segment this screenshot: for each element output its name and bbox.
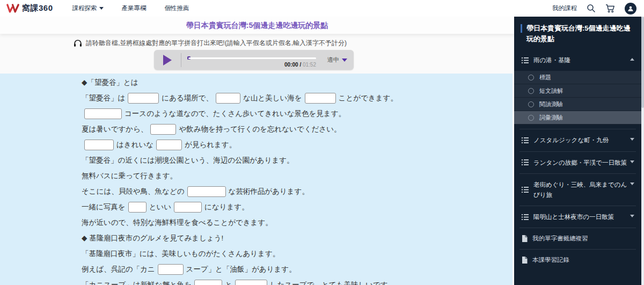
answer-input[interactable] bbox=[235, 280, 267, 285]
section-label: ノスタルジックな町・九份 bbox=[533, 135, 609, 145]
content-text: といい bbox=[149, 202, 171, 212]
content-text: 「カニスープ」は新鮮な蟹と魚を bbox=[82, 280, 192, 285]
content-text: コースのような道なので、たくさん歩いてきれいな景色を見ます。 bbox=[125, 109, 346, 119]
content-text: にある場所で、 bbox=[162, 93, 213, 103]
sidebar-section-header[interactable]: ランタンの故郷・平渓で一日散策 bbox=[514, 152, 641, 173]
answer-input[interactable] bbox=[128, 202, 147, 213]
answer-input[interactable] bbox=[216, 93, 240, 104]
content-text: ことができます。 bbox=[339, 93, 398, 103]
answer-input[interactable] bbox=[187, 186, 226, 197]
search-icon[interactable] bbox=[587, 4, 596, 13]
chevron-down-icon bbox=[630, 182, 634, 185]
page-scrollbar[interactable] bbox=[641, 17, 644, 285]
sidebar-item[interactable]: 閱讀測驗 bbox=[514, 98, 641, 111]
chevron-down-icon bbox=[630, 160, 634, 163]
answer-input[interactable] bbox=[84, 140, 114, 150]
content-text: な山と美しい海を bbox=[243, 93, 302, 103]
content-text: 「望憂谷」の近くには潮境公園という、海辺の公園があります。 bbox=[82, 156, 294, 165]
main-nav: 課程探索產業專欄個性推薦 bbox=[72, 4, 189, 12]
sidebar-section-header[interactable]: 陽明山と士林夜市の一日散策 bbox=[514, 206, 641, 228]
content-line: 例えば、呉記の「カニスープ」と「油飯」があります。 bbox=[82, 264, 513, 275]
answer-input[interactable] bbox=[128, 93, 159, 104]
top-navbar: 窩課360 課程探索產業專欄個性推薦 我的課程 bbox=[0, 0, 644, 17]
content-text: 無料バスに乗って行きます。 bbox=[82, 171, 177, 181]
nav-link-label: 產業專欄 bbox=[122, 4, 147, 12]
my-courses-link[interactable]: 我的課程 bbox=[552, 4, 577, 12]
sidebar-item-label: 短文讀解 bbox=[539, 87, 563, 95]
content-text: ◆ 基隆廟口夜市のグルメを見てみましょう! bbox=[82, 233, 223, 243]
answer-input[interactable] bbox=[194, 280, 222, 285]
sidebar-link-label: 本課學習記錄 bbox=[532, 256, 569, 264]
progress-track[interactable] bbox=[188, 57, 316, 59]
total-time: 01:52 bbox=[303, 62, 316, 68]
exercise-instruction: 請聆聽音檔,並將框線處對應的單字拼音打出來吧!(請輸入平假名或片假名,輸入漢字不… bbox=[74, 39, 347, 48]
content-line: 「望憂谷」の近くには潮境公園という、海辺の公園があります。 bbox=[82, 155, 513, 166]
time-separator: / bbox=[299, 62, 301, 68]
answer-input[interactable] bbox=[84, 108, 122, 119]
sidebar-section-header[interactable]: ノスタルジックな町・九份 bbox=[514, 129, 641, 151]
content-text: 一緒に写真を bbox=[82, 202, 126, 212]
play-button[interactable] bbox=[154, 55, 181, 65]
chevron-down-icon bbox=[630, 138, 634, 141]
sidebar-link[interactable]: 我的單字書籤總複習 bbox=[514, 228, 641, 249]
nav-link[interactable]: 課程探索 bbox=[72, 4, 104, 12]
playback-speed-select[interactable]: 適中 bbox=[320, 56, 354, 64]
content-text: 「基隆廟口夜市」には、美味しいものがたくさんあります。 bbox=[82, 249, 280, 259]
chevron-up-icon bbox=[630, 58, 634, 61]
content-line: 「望憂谷」はにある場所で、な山と美しい海をことができます。 bbox=[82, 92, 513, 104]
sidebar-item[interactable]: 詞彙測驗 bbox=[514, 111, 641, 125]
cart-icon[interactable] bbox=[605, 4, 615, 13]
content-line: 海が近いので、特別な海鮮料理を食べることができます。 bbox=[82, 217, 513, 229]
content-line: ◆ 基隆廟口夜市のグルメを見てみましょう! bbox=[82, 232, 513, 244]
answer-input[interactable] bbox=[158, 264, 184, 275]
site-logo[interactable]: 窩課360 bbox=[6, 3, 53, 13]
radio-icon bbox=[528, 88, 534, 94]
main-column: 帶日本貴賓玩台灣:5個邊走邊吃邊玩的景點 請聆聽音檔,並將框線處對應的單字拼音打… bbox=[0, 17, 514, 285]
radio-icon bbox=[528, 115, 534, 121]
sidebar-item-label: 閱讀測驗 bbox=[539, 100, 563, 108]
content-line: ◆「望憂谷」とは bbox=[82, 77, 513, 89]
logo-text: 窩課360 bbox=[22, 3, 53, 13]
answer-input[interactable] bbox=[156, 140, 182, 150]
sidebar-course-title: 帶日本貴賓玩台灣:5個邊走邊吃邊玩的景點 bbox=[514, 17, 641, 49]
content-line: 「カニスープ」は新鮮な蟹と魚をとしたスープで、とても美味しいです。 bbox=[82, 279, 513, 285]
content-line: 「基隆廟口夜市」には、美味しいものがたくさんあります。 bbox=[82, 248, 513, 260]
instruction-text: 請聆聽音檔,並將框線處對應的單字拼音打出來吧!(請輸入平假名或片假名,輸入漢字不… bbox=[86, 39, 347, 48]
content-text: や飲み物を持って行くのを忘れないでください。 bbox=[179, 125, 341, 134]
sidebar-item[interactable]: 標題 bbox=[514, 71, 641, 84]
exercise-content: ◆「望憂谷」とは「望憂谷」はにある場所で、な山と美しい海をことができます。コース… bbox=[0, 74, 513, 285]
person-icon bbox=[627, 5, 634, 12]
answer-input[interactable] bbox=[150, 124, 176, 135]
speed-label: 適中 bbox=[327, 56, 339, 64]
audio-section: 請聆聽音檔,並將框線處對應的單字拼音打出來吧!(請輸入平假名或片假名,輸入漢字不… bbox=[0, 34, 514, 74]
logo-w-icon bbox=[6, 4, 19, 13]
content-text: スープ」と「油飯」があります。 bbox=[186, 265, 296, 274]
document-icon bbox=[522, 235, 528, 242]
content-line: 夏は暑いですから、や飲み物を持って行くのを忘れないでください。 bbox=[82, 123, 513, 135]
nav-link[interactable]: 產業專欄 bbox=[122, 4, 147, 12]
nav-link[interactable]: 個性推薦 bbox=[165, 4, 189, 12]
content-text: 海が近いので、特別な海鮮料理を食べることができます。 bbox=[82, 218, 273, 228]
nav-link-label: 課程探索 bbox=[72, 4, 97, 12]
play-icon bbox=[163, 55, 172, 65]
content-text: はきれいな bbox=[116, 140, 153, 150]
sidebar-item[interactable]: 短文讀解 bbox=[514, 84, 641, 98]
content-text: したスープで、とても美味しいです。 bbox=[270, 280, 395, 285]
answer-input[interactable] bbox=[174, 202, 202, 213]
sidebar-section-header[interactable]: 雨の港・基隆 bbox=[514, 49, 641, 71]
content-line: そこには、貝殻や鳥、魚などのな芸術作品があります。 bbox=[82, 186, 513, 198]
user-avatar[interactable] bbox=[625, 3, 636, 14]
content-text: と bbox=[225, 280, 232, 285]
answer-input[interactable] bbox=[305, 93, 336, 104]
content-text: ◆「望憂谷」とは bbox=[82, 78, 138, 87]
section-label: 雨の港・基隆 bbox=[533, 55, 570, 65]
sidebar-section-header[interactable]: 老街めぐり・三峽、烏来までのんびり旅 bbox=[514, 174, 641, 206]
nav-link-label: 個性推薦 bbox=[165, 4, 189, 12]
sidebar-item-label: 詞彙測驗 bbox=[539, 114, 563, 122]
scrollbar-thumb[interactable] bbox=[641, 17, 644, 108]
content-text: そこには、貝殻や鳥、魚などの bbox=[82, 187, 185, 196]
content-text: になります。 bbox=[204, 202, 249, 212]
content-line: 一緒に写真をといいになります。 bbox=[82, 201, 513, 213]
sidebar-link[interactable]: 本課學習記錄 bbox=[514, 250, 641, 271]
content-text: が見られます。 bbox=[185, 140, 236, 150]
